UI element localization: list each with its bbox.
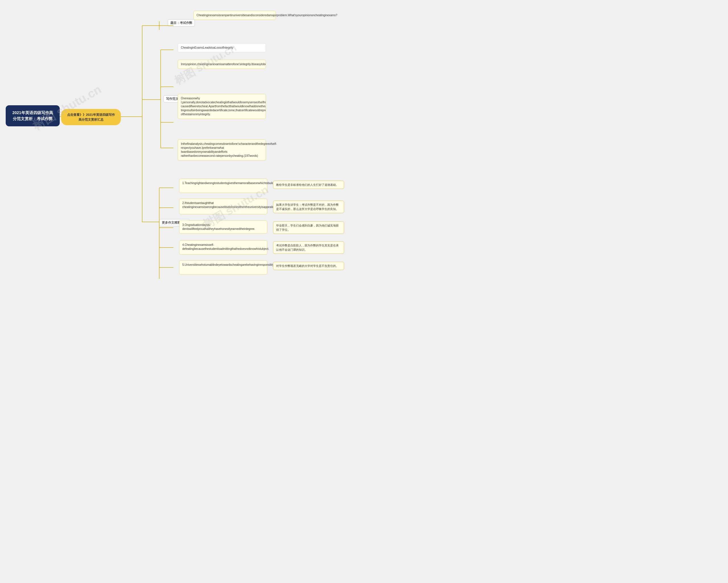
sentence-2-en: 2.Ifstudentsaretaughtthat cheatinginexam… <box>179 199 267 214</box>
essay-para3: Inthefinalanalysis,cheatingcomesdowntoll… <box>178 140 266 160</box>
sentence-3-en: 3.Ongraduationdaystu dentswillfeelproudh… <box>179 221 267 234</box>
sentence-5-zh-text: 对学生作弊视若无睹的大学对学生是不负责任的。 <box>276 264 339 268</box>
connector-node[interactable]: 点击查看》》2021年英语四级写作高分范文赏析汇总 <box>61 109 121 125</box>
sentence-2-zh-text: 如果大学告诉学生：考试作弊是不对的，因为作弊是不诚实的，那么这所大学是在呼唤学生… <box>276 203 339 210</box>
sentence-5-zh: 对学生作弊视若无睹的大学对学生是不负责任的。 <box>273 262 344 270</box>
essay-title: CheatinginExamsLeadstoaLossofIntegrity <box>178 43 266 52</box>
sentence-5-en: 5.Universitieswhotumablindeyetowardschea… <box>179 260 267 275</box>
fanwen-label: 写作范文 <box>166 97 179 100</box>
essay-para1: Inmyopinion,cheatinginanexamisamatterofo… <box>178 60 266 69</box>
sentence-1-en: 1.Teachingrightandwrongtostudentsgivesth… <box>179 179 267 193</box>
essay-para2: Onereasonwhy I,personally,donotadvocatec… <box>178 94 266 119</box>
sentence-3-en-text: 3.Ongraduationdaystu dentswillfeelproudh… <box>182 223 255 230</box>
connector-label: 点击查看》》2021年英语四级写作高分范文赏析汇总 <box>67 113 114 121</box>
essay-para3-text: Inthefinalanalysis,cheatingcomesdowntoll… <box>181 142 277 157</box>
essay-para2-text: Onereasonwhy I,personally,donotadvocatec… <box>181 97 266 116</box>
sentence-4-en-text: 4.Cheatinginexamsisself-defeatingbecause… <box>182 243 269 250</box>
sentence-3-zh-text: 毕业那天，学生们会感到自豪，因为他们诚实地获得了学位。 <box>276 224 339 231</box>
sentence-4-zh-text: 考试作弊是自欺欺人，因为作弊的学生其实是在承认他不会这门课的知识。 <box>276 244 339 251</box>
sentence-1-en-text: 1.Teachingrightandwrongtostudentsgivesth… <box>182 181 286 185</box>
sentence-1-zh-text: 教给学生是非标准给他们的人生打好了道德基础。 <box>276 183 339 186</box>
sentence-3-zh: 毕业那天，学生们会感到自豪，因为他们诚实地获得了学位。 <box>273 221 344 234</box>
topic-text: Cheatinginexamsisrampantinuniversitiesan… <box>197 14 337 17</box>
sentence-1-zh: 教给学生是非标准给他们的人生打好了道德基础。 <box>273 181 344 189</box>
essay-para1-text: Inmyopinion,cheatinginanexamisamatterofo… <box>181 62 266 66</box>
branch-label-topic: 题目：考试作弊 <box>168 19 195 26</box>
sentence-2-zh: 如果大学告诉学生：考试作弊是不对的，因为作弊是不诚实的，那么这所大学是在呼唤学生… <box>273 201 344 213</box>
essay-title-text: CheatinginExamsLeadstoaLossofIntegrity <box>181 46 233 49</box>
topic-content: Cheatinginexamsisrampantinuniversitiesan… <box>193 11 276 20</box>
center-node: 2021年英语四级写作高分范文赏析：考试作弊 <box>6 105 60 126</box>
sentence-4-zh: 考试作弊是自欺欺人，因为作弊的学生其实是在承认他不会这门课的知识。 <box>273 241 344 254</box>
sentence-4-en: 4.Cheatinginexamsisself-defeatingbecause… <box>179 240 267 255</box>
topic-label: 题目：考试作弊 <box>170 21 192 24</box>
center-title: 2021年英语四级写作高分范文赏析：考试作弊 <box>12 110 53 121</box>
